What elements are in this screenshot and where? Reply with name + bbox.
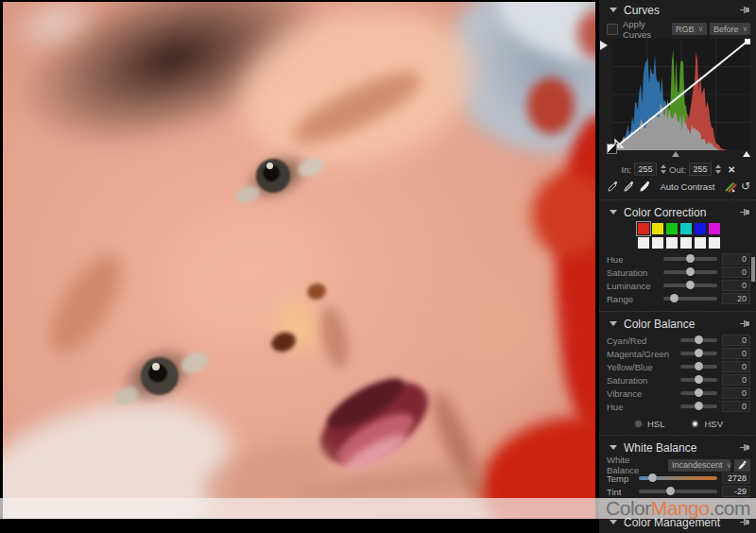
photo-preview[interactable] bbox=[3, 2, 595, 519]
slider-thumb[interactable] bbox=[695, 402, 703, 410]
range-slider[interactable] bbox=[663, 297, 717, 301]
slider-thumb[interactable] bbox=[648, 473, 657, 482]
left-slider-marker-icon[interactable] bbox=[600, 41, 608, 50]
cyan-red-slider[interactable] bbox=[680, 338, 717, 342]
slider-value[interactable]: 0 bbox=[722, 280, 750, 291]
slider-value[interactable]: 0 bbox=[722, 401, 750, 412]
in-stepper[interactable] bbox=[661, 164, 666, 174]
curves-histogram[interactable] bbox=[612, 39, 750, 150]
tint-slider[interactable] bbox=[639, 490, 717, 493]
chevron-down-icon: ∨ bbox=[695, 25, 704, 33]
slider-label: Range bbox=[607, 294, 659, 304]
slider-value[interactable]: -29 bbox=[722, 486, 750, 497]
preview-dropdown[interactable]: Before ∨ bbox=[710, 23, 750, 35]
pin-icon[interactable] bbox=[740, 6, 750, 14]
color-swatch-white[interactable] bbox=[680, 237, 692, 249]
slider-value[interactable]: 2728 bbox=[722, 473, 750, 484]
slider-value[interactable]: 20 bbox=[722, 293, 750, 304]
color-swatch-green[interactable] bbox=[666, 223, 678, 234]
hsv-label: HSV bbox=[704, 419, 723, 429]
luminance-slider[interactable] bbox=[663, 284, 717, 287]
mid-point-handle[interactable] bbox=[672, 151, 679, 157]
slider-thumb[interactable] bbox=[666, 487, 675, 495]
saturation-slider[interactable] bbox=[663, 270, 717, 274]
slider-thumb[interactable] bbox=[695, 335, 703, 344]
apply-curves-checkbox[interactable] bbox=[607, 24, 618, 35]
eyedropper-group bbox=[607, 181, 651, 193]
slider-value[interactable]: 0 bbox=[722, 348, 750, 359]
curves-header[interactable]: Curves bbox=[607, 2, 750, 18]
slider-thumb[interactable] bbox=[686, 254, 695, 263]
auto-color-icon[interactable] bbox=[724, 181, 737, 193]
white-balance-dropper-button[interactable] bbox=[734, 459, 750, 472]
hsv-radio-option[interactable]: HSV bbox=[691, 419, 723, 429]
color-swatch-yellow[interactable] bbox=[652, 223, 663, 234]
color-correction-header[interactable]: Color Correction bbox=[607, 204, 750, 220]
auto-contrast-button[interactable]: Auto Contrast bbox=[651, 181, 724, 192]
color-swatch-red[interactable] bbox=[638, 223, 649, 234]
cb-hue-slider[interactable] bbox=[680, 404, 717, 408]
slider-thumb[interactable] bbox=[686, 267, 695, 276]
color-swatch-white[interactable] bbox=[652, 237, 663, 249]
black-point-handle[interactable] bbox=[607, 144, 617, 154]
preview-dropdown-value: Before bbox=[713, 25, 739, 34]
color-swatch-blue[interactable] bbox=[695, 223, 706, 234]
slider-thumb[interactable] bbox=[670, 294, 679, 302]
slider-value[interactable]: 0 bbox=[722, 387, 750, 399]
color-swatch-white[interactable] bbox=[709, 237, 720, 249]
slider-value[interactable]: 0 bbox=[722, 253, 750, 265]
slider-thumb[interactable] bbox=[695, 362, 703, 370]
in-value-field[interactable]: 255 bbox=[634, 163, 657, 176]
slider-thumb[interactable] bbox=[695, 349, 703, 357]
collapse-triangle-icon[interactable] bbox=[610, 210, 617, 215]
slider-row-temp: Temp 2728 bbox=[607, 472, 750, 485]
vibrance-slider[interactable] bbox=[680, 391, 717, 395]
color-balance-header[interactable]: Color Balance bbox=[607, 316, 750, 332]
collapse-triangle-icon[interactable] bbox=[610, 321, 617, 326]
out-value-field[interactable]: 255 bbox=[689, 163, 712, 176]
collapse-triangle-icon[interactable] bbox=[610, 8, 617, 12]
curves-action-icons: ↺ bbox=[724, 181, 750, 193]
curves-controls-row: Apply Curves RGB ∨ Before ∨ bbox=[607, 22, 750, 36]
reset-icon[interactable]: ↺ bbox=[741, 181, 750, 191]
out-stepper[interactable] bbox=[715, 164, 721, 174]
collapse-triangle-icon[interactable] bbox=[610, 520, 617, 524]
section-separator bbox=[599, 199, 756, 200]
yellow-blue-slider[interactable] bbox=[680, 365, 717, 369]
hsv-radio-icon[interactable] bbox=[691, 420, 699, 428]
slider-value[interactable]: 0 bbox=[722, 374, 750, 386]
color-swatch-white[interactable] bbox=[638, 237, 649, 249]
panel-scrollbar[interactable] bbox=[751, 257, 755, 282]
white-balance-sliders: Temp 2728 Tint -29 bbox=[607, 472, 750, 498]
color-swatch-magenta[interactable] bbox=[709, 223, 720, 234]
color-swatch-cyan[interactable] bbox=[680, 223, 692, 234]
delete-point-icon[interactable]: ✕ bbox=[728, 164, 735, 175]
channel-dropdown[interactable]: RGB ∨ bbox=[672, 23, 707, 35]
slider-label: Saturation bbox=[607, 267, 659, 278]
black-point-dropper-icon[interactable] bbox=[607, 181, 619, 193]
collapse-triangle-icon[interactable] bbox=[610, 445, 617, 450]
magenta-green-slider[interactable] bbox=[680, 352, 717, 355]
white-balance-preset-dropdown[interactable]: Incandescent ∨ bbox=[668, 459, 730, 472]
color-swatch-white[interactable] bbox=[695, 237, 706, 249]
gray-point-dropper-icon[interactable] bbox=[623, 181, 635, 193]
hsl-radio-icon[interactable] bbox=[634, 420, 643, 428]
slider-thumb[interactable] bbox=[695, 375, 703, 384]
section-separator bbox=[599, 311, 756, 312]
slider-value[interactable]: 0 bbox=[722, 335, 750, 346]
color-swatch-white[interactable] bbox=[666, 237, 678, 249]
cb-saturation-slider[interactable] bbox=[680, 378, 717, 382]
pin-icon[interactable] bbox=[740, 443, 750, 452]
pin-icon[interactable] bbox=[740, 208, 750, 216]
white-balance-header[interactable]: White Balance bbox=[607, 439, 750, 456]
hsl-radio-option[interactable]: HSL bbox=[634, 419, 664, 429]
pin-icon[interactable] bbox=[740, 319, 750, 328]
slider-thumb[interactable] bbox=[695, 388, 703, 397]
slider-value[interactable]: 0 bbox=[722, 361, 750, 372]
slider-thumb[interactable] bbox=[686, 281, 695, 289]
hue-slider[interactable] bbox=[663, 257, 717, 261]
white-point-dropper-icon[interactable] bbox=[639, 181, 651, 193]
temp-slider[interactable] bbox=[639, 476, 717, 480]
white-point-handle[interactable] bbox=[743, 151, 750, 157]
slider-value[interactable]: 0 bbox=[722, 266, 750, 278]
